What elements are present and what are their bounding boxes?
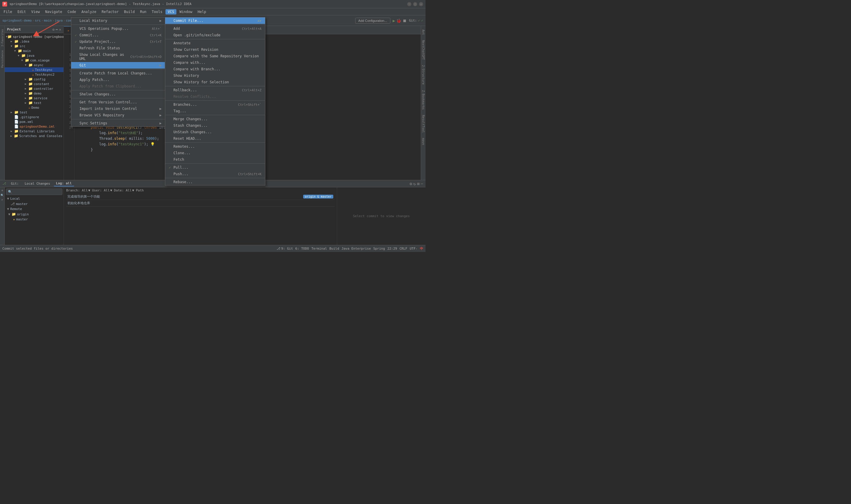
status-spring[interactable]: Spring — [373, 247, 385, 251]
tree-item-test[interactable]: ▶ 📁 test — [5, 110, 64, 115]
panel-tool-close[interactable]: ✕ — [59, 28, 61, 32]
git-submenu-reset-head[interactable]: Reset HEAD... — [165, 135, 265, 142]
git-submenu-pull[interactable]: ✓ Pull... — [165, 164, 265, 171]
vcs-menu-shelve[interactable]: Shelve Changes... — [71, 91, 165, 97]
right-tab-maven[interactable]: mavn — [421, 136, 426, 147]
stop-button[interactable]: ⏹ — [402, 18, 406, 23]
menu-vcs[interactable]: VCS — [165, 9, 177, 15]
git-submenu-compare-same[interactable]: Compare with the Same Repository Version — [165, 53, 265, 59]
git-tree-local-master[interactable]: ⎇ master — [6, 201, 62, 206]
git-submenu-commit-file[interactable]: Commit File... ✓✓ — [165, 17, 265, 24]
vcs-menu-uml[interactable]: Show Local Changes as UML Ctrl+Alt+Shift… — [71, 51, 165, 62]
tree-item-testasync2[interactable]: ☕ TestAsync2 — [5, 72, 64, 77]
menu-edit[interactable]: Edit — [15, 9, 29, 15]
status-todo[interactable]: 6: TODO — [295, 247, 309, 251]
tree-item-gitignore[interactable]: 📄 .gitignore — [5, 115, 64, 119]
commit-item-2[interactable]: 初始化本地仓库 — [66, 200, 334, 206]
vcs-menu-sync-settings[interactable]: Sync Settings ▶ — [71, 120, 165, 126]
breadcrumb-main[interactable]: main — [44, 19, 52, 22]
tree-item-async[interactable]: ▼ 📁 async — [5, 62, 64, 67]
menu-run[interactable]: Run — [138, 9, 149, 15]
branch-filter[interactable]: Branch: All ▼ — [66, 188, 90, 192]
add-configuration-button[interactable]: Add Configuration... — [355, 18, 390, 24]
git-submenu-compare-branch[interactable]: Compare with Branch... — [165, 66, 265, 72]
git-sidebar-refresh[interactable]: ↻ — [1, 198, 4, 202]
status-crlf[interactable]: CRLF — [399, 247, 408, 251]
run-button[interactable]: ▶ — [393, 18, 395, 23]
right-tab-resulttool[interactable]: ResultTool — [421, 112, 426, 135]
status-terminal[interactable]: Terminal — [311, 247, 327, 251]
menu-analyze[interactable]: Analyze — [79, 9, 99, 15]
git-submenu-clone[interactable]: Clone... — [165, 150, 265, 156]
debug-button[interactable]: 🐞 — [396, 18, 401, 23]
bottom-close-icon[interactable]: ╌ — [421, 181, 423, 186]
vcs-menu-update[interactable]: ✓ Update Project... Ctrl+T — [71, 38, 165, 45]
menu-window[interactable]: Window — [177, 9, 195, 15]
tree-item-testasync[interactable]: ☕ TestAsync — [5, 67, 64, 72]
commit-item-1[interactable]: 完成领导的第一个功能 origin & master — [66, 194, 334, 200]
tree-item-root[interactable]: ▼ 📁 springboot-demo [springbootDemo] D:\… — [5, 34, 64, 39]
tree-item-controller[interactable]: ▶ 📁 controller — [5, 86, 64, 91]
close-button[interactable]: ✕ — [419, 2, 423, 6]
minimize-button[interactable]: ─ — [407, 2, 411, 6]
menu-help[interactable]: Help — [195, 9, 209, 15]
bottom-tab-local-changes[interactable]: Local Changes — [22, 181, 53, 186]
status-build[interactable]: Build — [329, 247, 339, 251]
git-submenu-show-history-sel[interactable]: Show History for Selection — [165, 79, 265, 85]
git-submenu-add[interactable]: Add Ctrl+Alt+A — [165, 25, 265, 32]
bottom-settings[interactable]: ⚙ ↻ ⊞ ╌ — [410, 181, 423, 186]
git-tree-remote[interactable]: ▼ Remote — [6, 206, 62, 212]
breadcrumb-src[interactable]: src — [35, 19, 41, 22]
tree-item-iml[interactable]: 📄 springbootDemo.iml — [5, 124, 64, 129]
bottom-tab-log[interactable]: Log: all — [54, 181, 74, 186]
git-submenu-compare-with[interactable]: Compare with... — [165, 59, 265, 66]
tree-item-service[interactable]: ▶ 📁 service — [5, 96, 64, 101]
vcs-menu-git[interactable]: Git ▶ — [71, 62, 165, 69]
tree-item-main[interactable]: ▼ 📁 main — [5, 49, 64, 53]
vcs-menu-commit[interactable]: ✓ Commit... Ctrl+K — [71, 32, 165, 38]
vcs-menu-refresh[interactable]: Refresh File Status — [71, 45, 165, 51]
tree-item-scratches[interactable]: ▶ 📁 Scratches and Consoles — [5, 133, 64, 138]
git-submenu-unstash[interactable]: UnStash Changes... — [165, 129, 265, 135]
git-submenu-show-history[interactable]: Show History — [165, 72, 265, 79]
menu-tools[interactable]: Tools — [149, 9, 165, 15]
menu-code[interactable]: Code — [65, 9, 78, 15]
tree-item-src[interactable]: ▼ 📁 src — [5, 44, 64, 49]
tree-item-config[interactable]: ▶ 📁 config — [5, 77, 64, 82]
git-submenu-fetch[interactable]: Fetch — [165, 156, 265, 163]
maximize-button[interactable]: □ — [413, 2, 417, 6]
menu-refactor[interactable]: Refactor — [99, 9, 121, 15]
git-submenu-tag[interactable]: Tag... — [165, 108, 265, 114]
menu-build[interactable]: Build — [122, 9, 137, 15]
tree-item-com-xiaoge[interactable]: ▼ 📁 com.xiaoge — [5, 58, 64, 62]
git-sidebar-search[interactable]: 🔍 — [1, 192, 4, 198]
user-filter[interactable]: User: All ▼ — [92, 188, 112, 192]
vcs-menu-import-vcs[interactable]: Import into Version Control ▶ — [71, 106, 165, 112]
git-submenu-stash[interactable]: Stash Changes... — [165, 122, 265, 129]
panel-tool-gear[interactable]: ⚙ — [52, 28, 54, 32]
git-submenu-show-revision[interactable]: Show Current Revision — [165, 47, 265, 53]
git-submenu-annotate[interactable]: Annotate — [165, 40, 265, 47]
vcs-menu-popup[interactable]: VCS Operations Popup... Alt+` — [71, 25, 165, 32]
vcs-menu-local-history[interactable]: Local History ▶ — [71, 17, 165, 24]
menu-view[interactable]: View — [29, 9, 42, 15]
git-search-bar[interactable]: 🔍 — [6, 188, 62, 195]
tree-item-demo-java[interactable]: ☕ Demo — [5, 105, 64, 110]
menu-file[interactable]: File — [1, 9, 15, 15]
git-submenu-rollback[interactable]: Rollback... Ctrl+Alt+Z — [165, 87, 265, 93]
status-git[interactable]: ⎇ 9: Git — [276, 247, 293, 251]
right-tab-nextchat[interactable]: NextChatGPT — [421, 38, 426, 62]
git-tree-origin[interactable]: ▼ 📁 origin — [6, 212, 62, 217]
status-java-enterprise[interactable]: Java Enterprise — [342, 247, 371, 251]
git-sidebar-icon[interactable]: ⊕ — [1, 188, 4, 192]
sidebar-tab-favorites[interactable]: 2-Favorites — [1, 27, 4, 49]
status-encoding[interactable]: UTF- — [410, 247, 418, 251]
vcs-menu-patch[interactable]: Create Patch from Local Changes... — [71, 70, 165, 76]
git-submenu-rebase[interactable]: Rebase... — [165, 179, 265, 185]
tree-item-idea[interactable]: ▶ 📁 .idea — [5, 39, 64, 44]
right-tab-ant[interactable]: Ant — [421, 27, 426, 37]
menu-navigate[interactable]: Navigate — [43, 9, 65, 15]
git-submenu-branches[interactable]: Branches... Ctrl+Shift+` — [165, 101, 265, 108]
vcs-menu-get-vcs[interactable]: Get from Version Control... — [71, 99, 165, 106]
vcs-menu-browse-vcs[interactable]: Browse VCS Repository ▶ — [71, 112, 165, 119]
